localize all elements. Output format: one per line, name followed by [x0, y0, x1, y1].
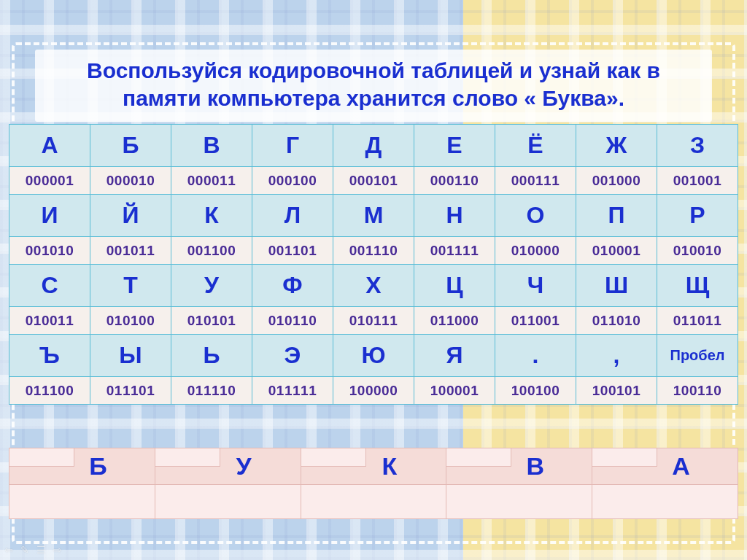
letter-cell: С: [9, 265, 90, 307]
letter-cell: У: [171, 265, 252, 307]
letter-cell: Ж: [576, 125, 657, 167]
letter-cell: Н: [414, 195, 495, 237]
letter-cell: И: [9, 195, 90, 237]
letter-cell: Б: [90, 125, 171, 167]
letter-cell: .: [495, 335, 576, 377]
answer-cell: К: [301, 448, 446, 519]
code-cell: 000100: [252, 167, 333, 195]
answer-code-blank: [592, 485, 738, 518]
code-cell: 000111: [495, 167, 576, 195]
code-cell: 100000: [333, 377, 414, 405]
answer-code-blank: [301, 485, 446, 518]
letter-cell: Ё: [495, 125, 576, 167]
letter-cell: Ь: [171, 335, 252, 377]
code-cell: 000110: [414, 167, 495, 195]
menu-icon[interactable]: ☰: [36, 544, 46, 556]
code-cell: 001010: [9, 237, 90, 265]
code-cell: 100100: [495, 377, 576, 405]
code-cell: 100101: [576, 377, 657, 405]
answer-code-blank: [446, 485, 592, 518]
code-cell: 011010: [576, 307, 657, 335]
letter-cell: Р: [657, 195, 738, 237]
table-code-row: 0010100010110011000011010011100011110100…: [9, 237, 738, 265]
code-cell: 000010: [90, 167, 171, 195]
slideshow-controls[interactable]: ⇦ ✎ ☰ ⇨: [4, 544, 62, 556]
code-cell: 001000: [576, 167, 657, 195]
answer-letter: К: [301, 448, 446, 485]
code-cell: 000011: [171, 167, 252, 195]
letter-cell: В: [171, 125, 252, 167]
code-cell: 100110: [657, 377, 738, 405]
letter-cell: Ц: [414, 265, 495, 307]
code-cell: 011000: [414, 307, 495, 335]
answer-row: БУКВА: [9, 448, 738, 519]
letter-cell: П: [576, 195, 657, 237]
answer-code-blank: [155, 485, 301, 518]
answer-letter: В: [446, 448, 592, 485]
pen-icon[interactable]: ✎: [20, 544, 29, 556]
answer-cell: Б: [9, 448, 155, 519]
letter-cell: Ы: [90, 335, 171, 377]
letter-cell: Ъ: [9, 335, 90, 377]
letter-cell: Ч: [495, 265, 576, 307]
code-cell: 010010: [657, 237, 738, 265]
letter-cell: Л: [252, 195, 333, 237]
code-cell: 100001: [414, 377, 495, 405]
letter-cell: М: [333, 195, 414, 237]
encoding-table: АБВГДЕЁЖЗ0000010000100000110001000001010…: [9, 124, 738, 405]
table-code-row: 0100110101000101010101100101110110000110…: [9, 307, 738, 335]
table-letter-row: АБВГДЕЁЖЗ: [9, 125, 738, 167]
letter-cell: З: [657, 125, 738, 167]
code-cell: 011111: [252, 377, 333, 405]
letter-cell: Е: [414, 125, 495, 167]
answer-letter: У: [155, 448, 301, 485]
letter-cell: Э: [252, 335, 333, 377]
table-letter-row: ИЙКЛМНОПР: [9, 195, 738, 237]
letter-cell: Д: [333, 125, 414, 167]
code-cell: 011100: [9, 377, 90, 405]
code-cell: 010001: [576, 237, 657, 265]
answer-letter: А: [592, 448, 738, 485]
code-cell: 010000: [495, 237, 576, 265]
code-cell: 010100: [90, 307, 171, 335]
slide: Воспользуйся кодировочной таблицей и узн…: [0, 0, 747, 560]
answer-cell: А: [592, 448, 738, 519]
code-cell: 010111: [333, 307, 414, 335]
code-cell: 011001: [495, 307, 576, 335]
next-icon[interactable]: ⇨: [53, 544, 62, 556]
prev-icon[interactable]: ⇦: [4, 544, 13, 556]
code-cell: 001101: [252, 237, 333, 265]
letter-cell: Щ: [657, 265, 738, 307]
table-code-row: 0000010000100000110001000001010001100001…: [9, 167, 738, 195]
code-cell: 011110: [171, 377, 252, 405]
code-cell: 010011: [9, 307, 90, 335]
letter-cell: Т: [90, 265, 171, 307]
code-cell: 000001: [9, 167, 90, 195]
table-letter-row: ЪЫЬЭЮЯ.,Пробел: [9, 335, 738, 377]
letter-cell: Я: [414, 335, 495, 377]
code-cell: 000101: [333, 167, 414, 195]
letter-cell: Пробел: [657, 335, 738, 377]
letter-cell: Х: [333, 265, 414, 307]
answer-code-blank: [9, 485, 155, 518]
code-cell: 001011: [90, 237, 171, 265]
code-cell: 001111: [414, 237, 495, 265]
letter-cell: Г: [252, 125, 333, 167]
answer-cell: В: [446, 448, 592, 519]
letter-cell: Ш: [576, 265, 657, 307]
code-cell: 011101: [90, 377, 171, 405]
letter-cell: Ф: [252, 265, 333, 307]
code-cell: 001110: [333, 237, 414, 265]
code-cell: 001001: [657, 167, 738, 195]
answer-cell: У: [155, 448, 301, 519]
letter-cell: Й: [90, 195, 171, 237]
letter-cell: К: [171, 195, 252, 237]
letter-cell: О: [495, 195, 576, 237]
letter-cell: ,: [576, 335, 657, 377]
code-cell: 001100: [171, 237, 252, 265]
table-code-row: 0111000111010111100111111000001000011001…: [9, 377, 738, 405]
code-cell: 011011: [657, 307, 738, 335]
letter-cell: А: [9, 125, 90, 167]
code-cell: 010110: [252, 307, 333, 335]
code-cell: 010101: [171, 307, 252, 335]
